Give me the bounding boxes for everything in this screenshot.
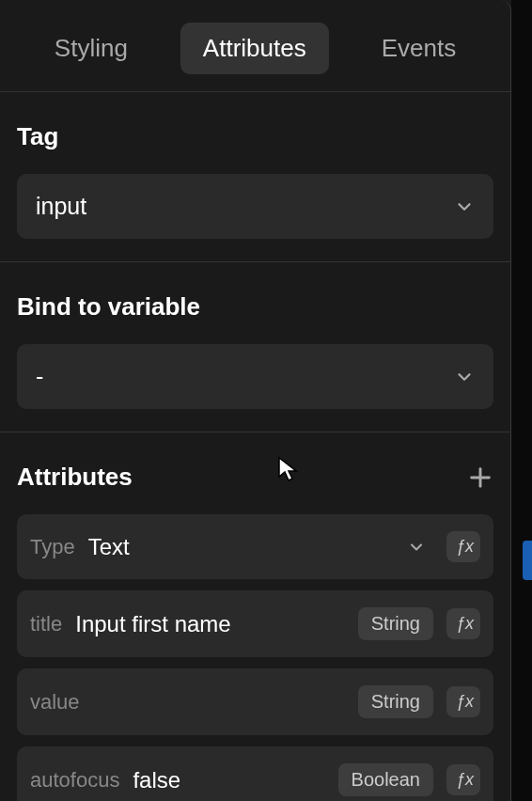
bind-section-title: Bind to variable — [17, 262, 493, 344]
attr-label: autofocus — [30, 768, 119, 793]
tag-section-title: Tag — [17, 92, 493, 174]
tab-attributes[interactable]: Attributes — [180, 23, 329, 74]
type-badge: String — [358, 685, 433, 718]
tab-events[interactable]: Events — [359, 23, 479, 74]
fx-button[interactable]: ƒx — [446, 764, 480, 795]
drag-handle[interactable] — [523, 541, 532, 580]
attr-row-title[interactable]: title Input first name String ƒx — [17, 590, 493, 657]
attr-value: false — [133, 767, 324, 793]
inspector-panel: Styling Attributes Events Tag input Bind… — [0, 0, 511, 801]
attributes-header: Attributes — [17, 432, 493, 514]
tag-select[interactable]: input — [17, 174, 493, 239]
attr-row-type[interactable]: Type Text ƒx — [17, 514, 493, 579]
attr-row-autofocus[interactable]: autofocus false Boolean ƒx — [17, 746, 493, 801]
right-strip — [511, 0, 532, 801]
chevron-down-icon — [454, 196, 475, 217]
attr-label: Type — [30, 535, 75, 559]
type-badge: Boolean — [338, 763, 433, 796]
attr-label: title — [30, 612, 62, 636]
chevron-down-icon — [454, 367, 475, 387]
attributes-section: Attributes Type Text ƒx title Input firs… — [0, 432, 510, 801]
fx-button[interactable]: ƒx — [446, 531, 480, 562]
tabs-container: Styling Attributes Events — [0, 0, 510, 92]
plus-icon[interactable] — [467, 464, 493, 491]
tag-section: Tag input — [0, 92, 510, 262]
attr-value: Text — [88, 534, 394, 560]
chevron-down-icon — [407, 538, 426, 557]
attributes-section-title: Attributes — [17, 463, 133, 492]
attr-label: value — [30, 690, 80, 715]
bind-section: Bind to variable - — [0, 262, 510, 432]
tab-styling[interactable]: Styling — [32, 23, 150, 74]
bind-select-value: - — [36, 363, 43, 390]
type-badge: String — [358, 607, 433, 640]
fx-button[interactable]: ƒx — [446, 686, 480, 717]
bind-select[interactable]: - — [17, 344, 493, 409]
attr-value: Input first name — [75, 611, 345, 637]
attr-row-value[interactable]: value String ƒx — [17, 668, 493, 735]
tag-select-value: input — [36, 193, 86, 220]
fx-button[interactable]: ƒx — [446, 608, 480, 639]
